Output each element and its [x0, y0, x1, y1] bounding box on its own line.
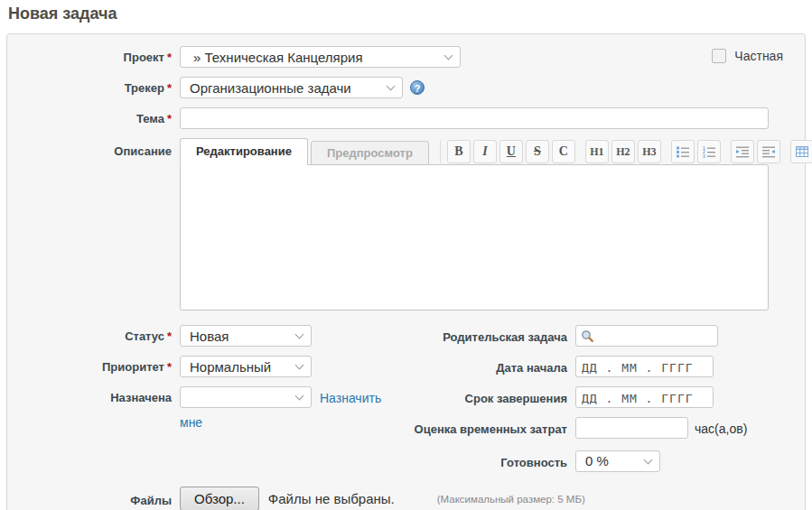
done-ratio-select-value: 0 % — [585, 453, 609, 468]
project-select-value: » Техническая Канцелярия — [193, 50, 363, 65]
heading-1-icon[interactable]: H1 — [585, 140, 609, 163]
strikethrough-icon[interactable]: S — [534, 144, 541, 159]
tracker-select-value: Организационные задачи — [190, 80, 351, 96]
search-icon — [581, 329, 594, 343]
subject-input[interactable] — [180, 107, 769, 129]
tracker-label: Трекер — [125, 81, 164, 95]
priority-select-value: Нормальный — [190, 359, 271, 375]
indent-right-icon[interactable] — [731, 140, 754, 163]
private-field: Частная — [712, 49, 783, 63]
heading-3-icon[interactable]: H3 — [638, 140, 661, 163]
max-size-note: (Максимальный размер: 5 МБ) — [437, 487, 585, 505]
required-asterisk: * — [167, 51, 172, 64]
private-label: Частная — [734, 49, 783, 63]
ordered-list-icon[interactable]: 123 — [697, 140, 721, 163]
start-date-label: Дата начала — [496, 361, 567, 375]
due-date-input[interactable] — [575, 386, 714, 408]
chevron-down-icon — [644, 455, 653, 464]
files-label: Файлы — [130, 494, 172, 507]
chevron-down-icon — [295, 392, 304, 401]
description-label: Описание — [114, 144, 172, 158]
start-date-input[interactable] — [575, 356, 714, 377]
c-style-icon[interactable]: C — [552, 140, 575, 163]
svg-text:3: 3 — [703, 153, 705, 159]
underline-icon[interactable]: U — [507, 144, 516, 159]
toolbar-divider — [440, 140, 441, 163]
chevron-down-icon — [295, 361, 304, 370]
page-title: Новая задача — [8, 5, 812, 23]
parent-task-input[interactable] — [575, 325, 718, 347]
browse-files-button[interactable]: Обзор... — [180, 487, 259, 510]
help-icon[interactable]: ? — [410, 80, 425, 95]
hours-suffix: час(а,ов) — [695, 417, 747, 436]
priority-label: Приоритет — [102, 360, 164, 374]
due-date-label: Срок завершения — [465, 392, 567, 405]
description-textarea[interactable] — [180, 164, 769, 311]
description-editor: Редактирование Предпросмотр B I U S C H1… — [180, 138, 812, 313]
bold-icon[interactable]: B — [447, 140, 471, 163]
chevron-down-icon — [387, 82, 396, 91]
done-ratio-select[interactable]: 0 % — [575, 450, 660, 472]
italic-icon[interactable]: I — [482, 144, 487, 159]
estimated-hours-input[interactable] — [575, 417, 688, 439]
project-select[interactable]: » Техническая Канцелярия — [180, 46, 461, 68]
required-asterisk: * — [167, 112, 172, 125]
tab-preview[interactable]: Предпросмотр — [311, 141, 429, 165]
heading-2-icon[interactable]: H2 — [611, 140, 635, 163]
no-file-chosen-text: Файлы не выбраны. — [268, 487, 395, 506]
estimated-hours-label: Оценка временных затрат — [415, 422, 567, 436]
tab-edit[interactable]: Редактирование — [180, 138, 308, 165]
indent-left-icon[interactable] — [757, 140, 780, 163]
project-label: Проект — [124, 51, 164, 64]
assignee-label: Назначена — [110, 391, 172, 404]
assignee-select[interactable] — [180, 386, 312, 408]
priority-select[interactable]: Нормальный — [180, 356, 312, 377]
attributes-right-column: Родительская задача Дата начала Срок зав… — [406, 325, 805, 481]
status-select[interactable]: Новая — [180, 325, 312, 347]
tracker-select[interactable]: Организационные задачи — [180, 77, 403, 98]
editor-toolbar: Редактирование Предпросмотр B I U S C H1… — [180, 138, 812, 165]
private-checkbox[interactable] — [712, 49, 726, 63]
status-select-value: Новая — [190, 329, 229, 344]
required-asterisk: * — [167, 329, 172, 343]
unordered-list-icon[interactable] — [671, 140, 695, 163]
chevron-down-icon — [444, 51, 453, 60]
attributes-left-column: Статус* Новая Приоритет* Нормальный Назн… — [7, 325, 406, 481]
chevron-down-icon — [295, 330, 304, 339]
done-ratio-label: Готовность — [500, 456, 567, 469]
required-asterisk: * — [167, 360, 172, 374]
subject-label: Тема — [136, 112, 164, 125]
parent-task-label: Родительская задача — [443, 330, 567, 344]
table-icon[interactable] — [790, 140, 812, 163]
new-issue-form: Частная Проект* » Техническая Канцелярия… — [6, 33, 806, 510]
status-label: Статус — [125, 329, 164, 343]
required-asterisk: * — [167, 81, 172, 95]
